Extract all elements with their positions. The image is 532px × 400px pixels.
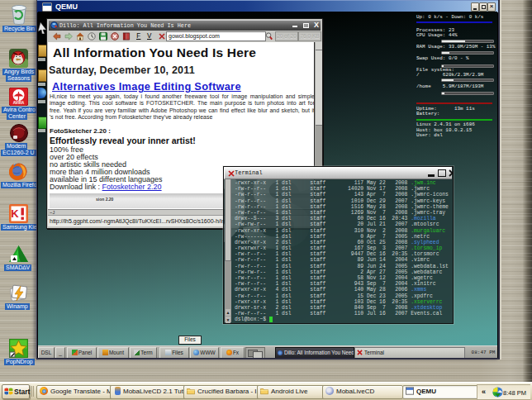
svg-text:K: K [11,207,19,220]
svg-text:AVIRA: AVIRA [13,101,25,105]
